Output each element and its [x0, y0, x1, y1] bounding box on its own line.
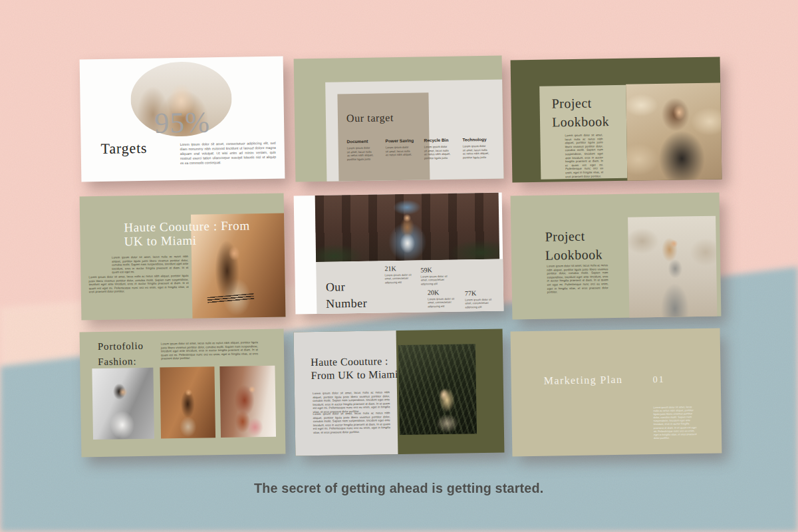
- body-text: Lorem ipsum dolor sit amet, lacus nulla …: [161, 340, 258, 360]
- title-line-1: Our: [326, 279, 367, 296]
- title-line-2: Lookbook: [545, 245, 603, 264]
- column-document: Document Lorem ipsum dolor sit amet, lac…: [346, 138, 382, 176]
- title-line-2: From UK to Miami: [311, 368, 398, 382]
- column-group: Document Lorem ipsum dolor sit amet, lac…: [346, 137, 497, 177]
- body-text: Lorem ipsum dolor sit amet, lacus nulla …: [653, 405, 698, 440]
- slide-title: Haute Coouture : From UK to Miami: [311, 354, 398, 382]
- stat-21k: 21K Lorem ipsum dolor sit amet, consecte…: [384, 265, 416, 285]
- body-text: Lorem ipsum dolor sit amet, lacus nulla …: [565, 133, 603, 178]
- paragraph-2: Lorem ipsum dolor sit amet, lacus nulla …: [313, 411, 390, 434]
- column-recycle-bin: Recycle Bin Lorem ipsum dolor sit amet, …: [424, 138, 459, 176]
- column-body: Lorem ipsum dolor sit amet, lacus nulla …: [424, 145, 451, 160]
- title-line-2: Fashion:: [98, 356, 136, 368]
- body-text: Lorem ipsum dolor sit amet, consectetuer…: [180, 141, 277, 166]
- stat-value: 20K: [428, 289, 460, 297]
- slide-title: Our target: [346, 112, 394, 124]
- slide-project-lookbook-1: Project Lookbook Lorem ipsum dolor sit a…: [511, 57, 722, 183]
- slide-project-lookbook-2: Project Lookbook Lorem ipsum dolor sit a…: [511, 193, 722, 320]
- stats-panel: Our Number 21K Lorem ipsum dolor sit ame…: [316, 259, 503, 314]
- gallery-photo-1: [92, 368, 154, 440]
- slide-title: Marketing Plan: [544, 373, 670, 387]
- gallery-photo-2: [160, 366, 215, 438]
- stat-caption: Lorem ipsum dolor sit amet, consectetuer…: [465, 298, 497, 309]
- slide-title: Project Lookbook: [551, 93, 609, 131]
- gallery-photo-3: [219, 366, 276, 438]
- body-text: Lorem ipsum dolor sit amet, lacus nulla …: [547, 263, 608, 294]
- sundress-portrait-photo: [628, 216, 717, 318]
- title-line-1: Haute Coouture :: [311, 354, 398, 369]
- slide-title: Project Lookbook: [545, 226, 602, 264]
- column-label: Technology: [462, 137, 497, 142]
- palm-leaves-portrait-photo: [398, 344, 477, 435]
- quote-caption: The secret of getting ahead is getting s…: [254, 480, 544, 496]
- column-label: Power Saving: [385, 138, 420, 144]
- slide-our-number: Our Number 21K Lorem ipsum dolor sit ame…: [294, 193, 504, 315]
- holiday-portrait-photo: [568, 348, 634, 432]
- column-body: Lorem ipsum dolor sit amet, lacus nulla …: [463, 144, 489, 160]
- slide-marketing-plan: Marketing Plan 01 Lorem ipsum dolor sit …: [511, 329, 722, 457]
- slide-portfolio-fashion: Portofolio Fashion: Lorem ipsum dolor si…: [80, 329, 286, 458]
- paragraph-1: Lorem ipsum dolor sit amet, lacus nulla …: [313, 390, 390, 414]
- title-line-2: Lookbook: [552, 112, 610, 131]
- stat-value: 59K: [420, 266, 452, 274]
- title-line-1: Project: [545, 226, 602, 245]
- column-label: Document: [346, 138, 381, 144]
- stat-value: 77K: [465, 289, 497, 297]
- paragraph-2: Lorem ipsum dolor sit amet, lacus nulla …: [88, 274, 188, 294]
- title-line-1: Portofolio: [98, 340, 144, 352]
- stat-caption: Lorem ipsum dolor sit amet, consectetuer…: [421, 275, 453, 286]
- title-line-2: Number: [326, 295, 367, 313]
- column-body: Lorem ipsum dolor sit amet, lacus nulla …: [347, 146, 374, 162]
- slide-our-target: Our target Document Lorem ipsum dolor si…: [294, 56, 504, 182]
- slide-haute-couture-1: Haute Coouture : From UK to Miami Lorem …: [80, 194, 286, 321]
- slide-title: Our Number: [326, 279, 368, 313]
- stat-20k: 20K Lorem ipsum dolor sit amet, consecte…: [428, 289, 460, 309]
- column-power-saving: Power Saving Lorem ipsum dolor sit amet,…: [385, 138, 420, 176]
- stat-caption: Lorem ipsum dolor sit amet, consectetuer…: [428, 297, 460, 309]
- slide-title: Haute Coouture : From UK to Miami: [124, 217, 291, 248]
- column-label: Recycle Bin: [424, 138, 458, 143]
- slide-targets: 95% Targets Lorem ipsum dolor sit amet, …: [80, 57, 285, 182]
- quote-caption-row: The secret of getting ahead is getting s…: [0, 480, 798, 496]
- title-line-1: Project: [551, 93, 609, 112]
- stat-77k: 77K Lorem ipsum dolor sit amet, consecte…: [465, 289, 497, 309]
- title-line-2: UK to Miami: [124, 231, 290, 248]
- stat-caption: Lorem ipsum dolor sit amet, consectetuer…: [384, 273, 416, 285]
- stat-59k: 59K Lorem ipsum dolor sit amet, consecte…: [420, 266, 452, 286]
- percent-value: 95%: [80, 104, 285, 142]
- slide-haute-couture-2: Haute Coouture : From UK to Miami Lorem …: [294, 329, 505, 456]
- paragraph-1: Lorem ipsum dolor sit amet, lacus nulla …: [112, 255, 188, 275]
- column-technology: Technology Lorem ipsum dolor sit amet, l…: [462, 137, 497, 175]
- column-body: Lorem ipsum dolor sit amet, lacus nulla …: [386, 146, 412, 157]
- slide-title: Targets: [100, 140, 147, 158]
- stat-value: 21K: [384, 265, 416, 273]
- flower-field-portrait-photo: [626, 83, 722, 181]
- street-portrait-photo: [315, 193, 500, 262]
